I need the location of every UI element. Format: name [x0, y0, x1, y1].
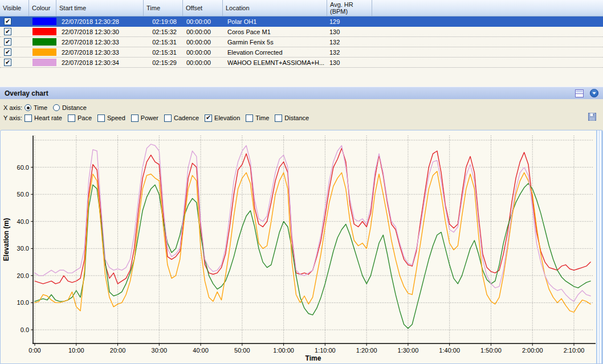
cell-offset: 00:00:00 [183, 49, 223, 56]
cell-start-time: 22/07/2018 12:30:30 [56, 28, 144, 35]
cell-start-time: 22/07/2018 12:30:33 [56, 49, 144, 56]
y-axis-option-label: Pace [78, 114, 92, 121]
overlay-chart: 0.010.020.030.040.050.060.00:0010:0020:0… [1, 130, 596, 363]
svg-text:2:00:00: 2:00:00 [522, 347, 543, 354]
column-header-visible[interactable]: Visible [0, 0, 29, 16]
svg-text:40.0: 40.0 [17, 218, 29, 225]
overlay-chart-titlebar: Overlay chart [0, 87, 603, 99]
svg-text:50.0: 50.0 [17, 191, 29, 198]
radio-icon[interactable] [25, 104, 31, 111]
colour-swatch[interactable] [32, 59, 56, 66]
checkbox-icon[interactable] [131, 114, 138, 122]
cell-location: Garmin Fenix 5s [223, 39, 327, 46]
x-axis-option-distance[interactable]: Distance [53, 104, 87, 111]
series-garmin-fenix-5s [35, 183, 590, 328]
colour-swatch[interactable] [32, 18, 56, 25]
colour-swatch[interactable] [32, 28, 56, 35]
y-axis-option-label: Distance [284, 114, 309, 121]
save-icon[interactable] [588, 112, 597, 122]
cell-time: 02:15:31 [144, 49, 183, 56]
table-row[interactable]: 22/07/2018 12:30:3002:15:3200:00:00Coros… [0, 27, 603, 37]
y-axis-title: Elevation (m) [2, 218, 10, 261]
cell-avg-hr: 132 [327, 39, 372, 46]
x-axis-option-label: Distance [62, 104, 87, 111]
checkbox-icon[interactable] [275, 114, 282, 122]
visible-checkbox[interactable] [4, 48, 11, 56]
y-axis-option-elevation[interactable]: Elevation [205, 114, 240, 122]
column-header-location[interactable]: Location [223, 0, 327, 16]
column-header-offset[interactable]: Offset [183, 0, 223, 16]
y-axis-option-time[interactable]: Time [246, 114, 269, 122]
svg-text:1:50:00: 1:50:00 [480, 347, 502, 354]
table-row[interactable]: 22/07/2018 12:30:3302:15:3100:00:00Garmi… [0, 37, 603, 47]
visible-checkbox[interactable] [4, 38, 11, 46]
column-header-start-time[interactable]: Start time [56, 0, 144, 16]
y-axis-option-pace[interactable]: Pace [68, 114, 92, 122]
cell-time: 02:19:08 [144, 18, 183, 25]
y-axis-option-label: Heart rate [34, 114, 62, 121]
y-axis-option-cadence[interactable]: Cadence [164, 114, 199, 122]
cell-location: Coros Pace M1 [223, 28, 327, 35]
svg-text:10.0: 10.0 [17, 299, 29, 306]
checkbox-icon[interactable] [246, 114, 253, 122]
y-axis-option-label: Cadence [174, 114, 199, 121]
overlay-chart-title: Overlay chart [5, 89, 48, 97]
table-row[interactable]: 22/07/2018 12:30:3302:15:3100:00:00Eleva… [0, 47, 603, 58]
y-axis-option-power[interactable]: Power [131, 114, 158, 122]
table-header: VisibleColourStart timeTimeOffsetLocatio… [0, 0, 603, 17]
y-axis-option-label: Time [255, 114, 269, 121]
visible-checkbox[interactable] [4, 59, 11, 66]
svg-text:0.0: 0.0 [21, 326, 29, 333]
checkbox-icon[interactable] [205, 114, 212, 122]
cell-avg-hr: 132 [327, 49, 372, 56]
column-header-time[interactable]: Time [144, 0, 183, 16]
cell-start-time: 22/07/2018 12:30:28 [56, 18, 144, 25]
svg-text:10:00: 10:00 [68, 347, 84, 354]
svg-text:2:10:00: 2:10:00 [564, 347, 585, 354]
collapse-icon[interactable] [590, 89, 598, 97]
svg-text:40:00: 40:00 [193, 347, 209, 354]
y-axis-option-label: Speed [107, 114, 125, 121]
svg-text:1:40:00: 1:40:00 [439, 347, 460, 354]
series-wahoo-elemnt-assioma-h [35, 144, 590, 301]
y-axis-option-speed[interactable]: Speed [97, 114, 125, 122]
visible-checkbox[interactable] [4, 18, 11, 25]
checkbox-icon[interactable] [25, 114, 32, 122]
cell-avg-hr: 130 [327, 59, 372, 66]
checkbox-icon[interactable] [97, 114, 105, 122]
column-header-colour[interactable]: Colour [29, 0, 56, 16]
svg-text:1:30:00: 1:30:00 [398, 347, 419, 354]
cell-offset: 00:00:00 [183, 28, 223, 35]
x-axis-label: X axis: [3, 104, 25, 111]
radio-icon[interactable] [53, 104, 60, 111]
activities-table: VisibleColourStart timeTimeOffsetLocatio… [0, 0, 603, 87]
cell-avg-hr: 129 [327, 18, 372, 25]
column-header-avg-hr-bpm[interactable]: Avg. HR (BPM) [327, 0, 372, 16]
overlay-chart-panel: 0.010.020.030.040.050.060.00:0010:0020:0… [0, 130, 603, 364]
table-row[interactable]: 22/07/2018 12:30:2802:19:0800:00:00Polar… [0, 17, 603, 27]
colour-swatch[interactable] [32, 38, 56, 46]
y-axis-option-label: Elevation [214, 114, 240, 121]
colour-swatch[interactable] [32, 48, 56, 56]
table-row[interactable]: 22/07/2018 12:30:3402:15:2900:00:00WAHOO… [0, 58, 603, 68]
chart-controls: X axis: TimeDistance Y axis: Heart rateP… [0, 99, 603, 130]
chart-scrollbar[interactable] [596, 130, 602, 363]
checkbox-icon[interactable] [164, 114, 172, 122]
x-axis-option-time[interactable]: Time [25, 104, 47, 111]
panels-icon[interactable] [575, 89, 584, 97]
series-elevation-corrected [35, 171, 590, 312]
svg-text:1:20:00: 1:20:00 [356, 347, 377, 354]
checkbox-icon[interactable] [68, 114, 75, 122]
svg-text:30.0: 30.0 [17, 245, 29, 252]
y-axis-option-distance[interactable]: Distance [275, 114, 309, 122]
x-axis-option-label: Time [34, 104, 47, 111]
cell-offset: 00:00:00 [183, 18, 223, 25]
visible-checkbox[interactable] [4, 28, 11, 35]
svg-text:20:00: 20:00 [110, 347, 126, 354]
cell-offset: 00:00:00 [183, 59, 223, 66]
svg-text:30:00: 30:00 [152, 347, 168, 354]
y-axis-option-heart-rate[interactable]: Heart rate [25, 114, 62, 122]
column-header-filler [372, 0, 603, 16]
cell-location: WAHOO ELEMNT+ASSIOMA+H... [223, 59, 327, 66]
series-coros-pace-m1 [35, 148, 590, 284]
